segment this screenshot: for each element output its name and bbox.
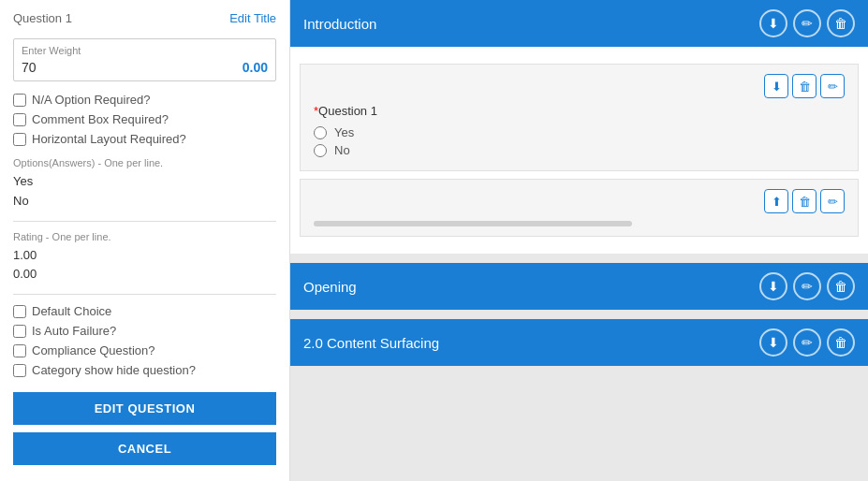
checkbox-group-2: Default Choice Is Auto Failure? Complian… [13,304,276,377]
edit-icon-content-surfacing[interactable]: ✏ [793,328,821,357]
question-title: Question 1 [13,11,72,25]
option-yes: Yes [13,172,276,192]
bar-icons-content-surfacing: ⬇ ✏ 🗑 [759,328,855,357]
weight-values: 70 0.00 [22,60,268,75]
rating-label: Rating - One per line. [13,231,276,242]
left-panel: Question 1 Edit Title Enter Weight 70 0.… [0,0,290,481]
card2-upload-icon[interactable]: ⬆ [764,189,788,213]
checkbox-comment-input[interactable] [13,113,26,126]
delete-icon-introduction[interactable]: 🗑 [827,9,855,37]
download-icon-opening[interactable]: ⬇ [759,272,787,300]
weight-right-value: 0.00 [243,60,268,75]
bar-icons-introduction: ⬇ ✏ 🗑 [759,9,855,37]
rating-2: 0.00 [13,265,276,284]
checkbox-compliance-input[interactable] [13,344,26,357]
checkbox-category-label: Category show hide question? [32,363,196,377]
card2-delete-icon[interactable]: 🗑 [792,189,817,213]
radio-no-label: No [334,143,350,157]
question-header: Question 1 Edit Title [13,11,276,25]
card-icons-1: ⬇ 🗑 ✏ [314,74,845,98]
download-icon-content-surfacing[interactable]: ⬇ [759,328,787,357]
divider-2 [13,294,276,295]
right-panel: Introduction ⬇ ✏ 🗑 ⬇ 🗑 ✏ *Question 1 Yes [290,0,868,481]
radio-no: No [314,143,845,157]
rating-values: 1.00 0.00 [13,246,276,285]
option-no: No [13,192,276,211]
edit-icon-opening[interactable]: ✏ [793,272,821,300]
checkbox-comment[interactable]: Comment Box Required? [13,112,276,126]
checkbox-default-label: Default Choice [32,304,111,318]
edit-title-link[interactable]: Edit Title [229,11,276,25]
card-delete-icon-1[interactable]: 🗑 [792,74,817,98]
checkbox-compliance-label: Compliance Question? [32,343,155,357]
card-download-icon-1[interactable]: ⬇ [764,74,788,98]
weight-left-value: 70 [22,60,37,75]
options-label: Options(Answers) - One per line. [13,157,276,168]
question-text-1: *Question 1 [314,104,845,118]
radio-yes: Yes [314,125,845,139]
checkbox-na-label: N/A Option Required? [32,93,150,107]
checkbox-default[interactable]: Default Choice [13,304,276,318]
checkbox-auto-failure-input[interactable] [13,325,26,338]
card2-edit-icon[interactable]: ✏ [820,189,845,213]
checkbox-category-input[interactable] [13,364,26,377]
radio-yes-label: Yes [334,125,354,139]
edit-question-button[interactable]: EDIT QUESTION [13,392,276,425]
card-2: ⬆ 🗑 ✏ [300,179,859,237]
checkbox-category[interactable]: Category show hide question? [13,363,276,377]
section-bar-content-surfacing: 2.0 Content Surfacing ⬇ ✏ 🗑 [290,319,868,366]
checkbox-horizontal-input[interactable] [13,133,26,146]
checkbox-na[interactable]: N/A Option Required? [13,93,276,107]
bar-icons-opening: ⬇ ✏ 🗑 [759,272,855,300]
checkbox-group-1: N/A Option Required? Comment Box Require… [13,93,276,146]
section-title-introduction: Introduction [303,16,759,32]
edit-icon-introduction[interactable]: ✏ [793,9,821,37]
weight-section: Enter Weight 70 0.00 [13,38,276,81]
section-gap-2 [290,310,868,319]
checkbox-default-input[interactable] [13,305,26,318]
checkbox-compliance[interactable]: Compliance Question? [13,343,276,357]
card2-progress-bar [314,221,632,226]
radio-yes-input[interactable] [314,126,327,139]
section-gap-1 [290,254,868,263]
divider-1 [13,221,276,222]
section-title-content-surfacing: 2.0 Content Surfacing [303,335,759,351]
rating-1: 1.00 [13,246,276,266]
download-icon-introduction[interactable]: ⬇ [759,9,787,37]
checkbox-horizontal[interactable]: Horizontal Layout Required? [13,132,276,146]
checkbox-na-input[interactable] [13,94,26,107]
card2-icons: ⬆ 🗑 ✏ [314,189,845,213]
options-values: Yes No [13,172,276,211]
section-bar-opening: Opening ⬇ ✏ 🗑 [290,263,868,310]
card-edit-icon-1[interactable]: ✏ [820,74,845,98]
delete-icon-content-surfacing[interactable]: 🗑 [827,328,855,357]
weight-label: Enter Weight [22,45,268,56]
section-title-opening: Opening [303,279,759,295]
radio-no-input[interactable] [314,144,327,157]
question-card-1: ⬇ 🗑 ✏ *Question 1 Yes No [300,64,859,171]
checkbox-horizontal-label: Horizontal Layout Required? [32,132,186,146]
checkbox-auto-failure[interactable]: Is Auto Failure? [13,324,276,338]
delete-icon-opening[interactable]: 🗑 [827,272,855,300]
question-label-1: Question 1 [318,104,377,118]
section-bar-introduction: Introduction ⬇ ✏ 🗑 [290,0,868,47]
checkbox-auto-failure-label: Is Auto Failure? [32,324,116,338]
checkbox-comment-label: Comment Box Required? [32,112,169,126]
cancel-button[interactable]: CANCEL [13,432,276,465]
content-area-introduction: ⬇ 🗑 ✏ *Question 1 Yes No ⬆ 🗑 ✏ [290,47,868,254]
